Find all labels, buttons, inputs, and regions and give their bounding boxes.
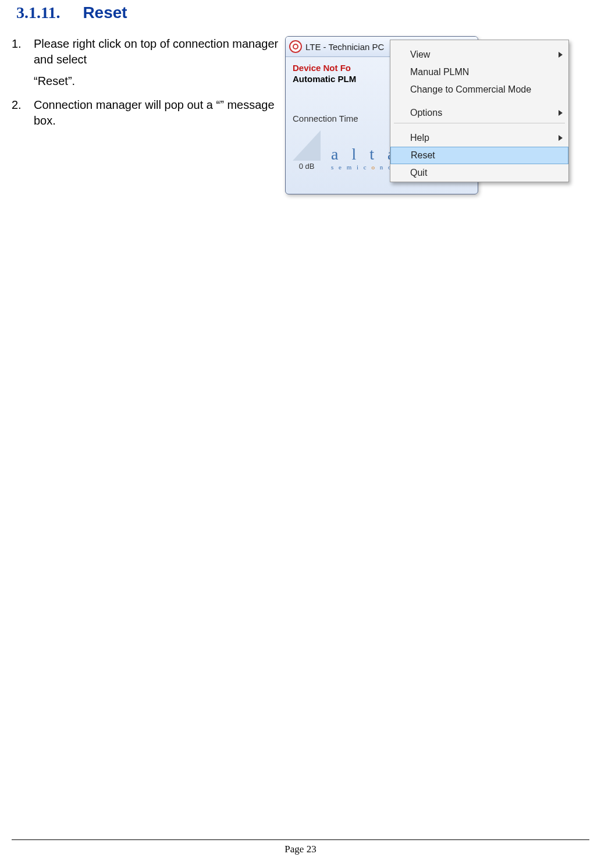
brand-tag-o: o — [371, 164, 376, 171]
menu-item-change-mode[interactable]: Change to Commercial Mode — [390, 81, 568, 98]
menu-label: Reset — [411, 150, 435, 161]
step-subtext: “Reset”. — [34, 73, 279, 89]
menu-item-reset[interactable]: Reset — [390, 147, 568, 164]
list-item: 1. Please right click on top of connecti… — [12, 36, 279, 89]
content-row: 1. Please right click on top of connecti… — [12, 36, 589, 193]
menu-item-view[interactable]: View — [390, 46, 568, 63]
signal-value: 0 dB — [299, 162, 315, 171]
step-number: 1. — [12, 36, 34, 89]
document-page: { "heading": {"number": "3.1.11.", "titl… — [0, 3, 601, 868]
signal-triangle-icon — [293, 130, 321, 161]
step-text: Please right click on top of connection … — [34, 37, 278, 66]
screenshot-figure: LTE - Technician PC – □ ✕ Device Not Fo … — [285, 36, 573, 193]
menu-item-manual-plmn[interactable]: Manual PLMN — [390, 63, 568, 81]
step-body: Connection manager will pop out a “” mes… — [34, 97, 279, 129]
menu-item-help[interactable]: Help — [390, 129, 568, 147]
menu-separator — [394, 123, 565, 123]
menu-label: Quit — [410, 168, 427, 178]
step-body: Please right click on top of connection … — [34, 36, 279, 89]
figure-column: LTE - Technician PC – □ ✕ Device Not Fo … — [285, 36, 573, 193]
menu-label: Change to Commercial Mode — [410, 84, 531, 95]
text-column: 1. Please right click on top of connecti… — [12, 36, 285, 137]
step-number: 2. — [12, 97, 34, 129]
menu-item-options[interactable]: Options — [390, 104, 568, 122]
window-title: LTE - Technician PC — [305, 42, 384, 52]
step-list: 1. Please right click on top of connecti… — [12, 36, 279, 129]
step-text: Connection manager will pop out a “” mes… — [34, 98, 275, 127]
page-footer: Page 23 — [12, 839, 589, 855]
menu-label: Help — [410, 133, 429, 143]
brand-tag-pre: s e m i c — [331, 164, 371, 171]
menu-label: View — [410, 49, 430, 60]
app-icon — [289, 40, 302, 53]
signal-indicator: 0 dB — [293, 130, 321, 171]
section-heading: 3.1.11. Reset — [16, 3, 589, 22]
menu-label: Manual PLMN — [410, 67, 469, 77]
menu-item-quit[interactable]: Quit — [390, 164, 568, 182]
menu-label: Options — [410, 108, 442, 118]
context-menu: View Manual PLMN Change to Commercial Mo… — [390, 40, 569, 182]
section-number: 3.1.11. — [16, 3, 60, 22]
list-item: 2. Connection manager will pop out a “” … — [12, 97, 279, 129]
section-title: Reset — [83, 3, 127, 22]
